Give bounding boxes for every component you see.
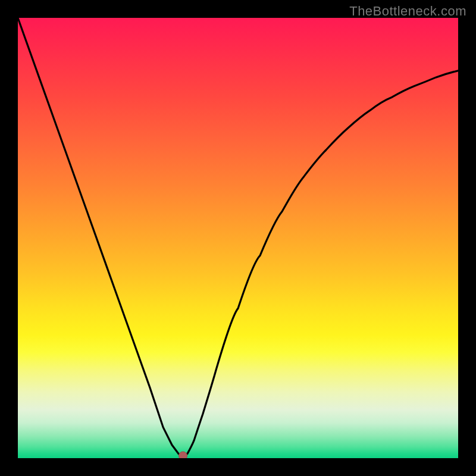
chart-frame: TheBottleneck.com [0,0,476,476]
minimum-dot [179,452,187,458]
curve-svg [18,18,458,458]
plot-area [18,18,458,458]
curve-left-branch [18,18,183,458]
curve-right-branch [183,71,459,458]
watermark-text: TheBottleneck.com [349,4,466,19]
